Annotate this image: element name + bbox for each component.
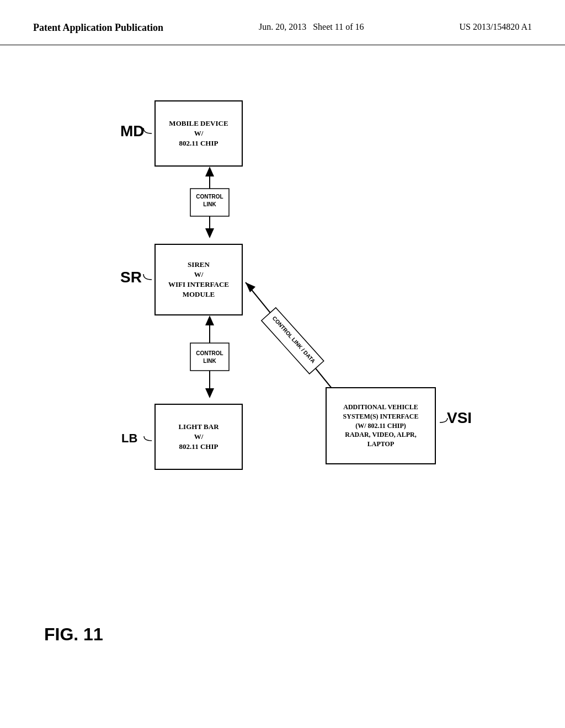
- svg-text:CONTROL: CONTROL: [196, 350, 223, 356]
- svg-text:LINK: LINK: [203, 358, 216, 364]
- publication-date-sheet: Jun. 20, 2013 Sheet 11 of 16: [259, 22, 364, 32]
- sr-box: SIRENW/WIFI INTERFACEMODULE: [154, 244, 243, 315]
- md-brace: [141, 125, 157, 142]
- svg-marker-8: [205, 388, 214, 398]
- diagram-area: MOBILE DEVICEW/802.11 CHIP MD CONTROL LI…: [0, 45, 565, 707]
- svg-marker-7: [205, 315, 214, 325]
- vsi-box-label: ADDITIONAL VEHICLESYSTEM(S) INTERFACE(W/…: [343, 403, 419, 449]
- md-box: MOBILE DEVICEW/802.11 CHIP: [154, 100, 243, 167]
- svg-rect-9: [190, 343, 229, 371]
- figure-label: FIG. 11: [44, 624, 103, 645]
- vsi-brace: [438, 416, 451, 430]
- lb-box: LIGHT BARW/802.11 CHIP: [154, 404, 243, 470]
- sr-label: SR: [120, 269, 142, 286]
- control-link-bottom-arrow: CONTROL LINK: [188, 315, 232, 398]
- page-header: Patent Application Publication Jun. 20, …: [0, 0, 565, 45]
- svg-marker-13: [246, 282, 255, 292]
- svg-marker-1: [205, 167, 214, 176]
- svg-text:LINK: LINK: [203, 201, 216, 207]
- lb-brace: [142, 434, 156, 448]
- svg-text:CONTROL: CONTROL: [196, 194, 223, 200]
- publication-title: Patent Application Publication: [33, 22, 163, 34]
- lb-box-label: LIGHT BARW/802.11 CHIP: [178, 422, 218, 452]
- vsi-box: ADDITIONAL VEHICLESYSTEM(S) INTERFACE(W/…: [326, 387, 436, 464]
- publication-number: US 2013/154820 A1: [459, 22, 532, 32]
- lb-label: LB: [121, 431, 137, 446]
- sr-box-label: SIRENW/WIFI INTERFACEMODULE: [168, 260, 229, 300]
- sr-brace: [141, 271, 157, 288]
- md-box-label: MOBILE DEVICEW/802.11 CHIP: [169, 119, 228, 149]
- control-link-top-arrow: CONTROL LINK: [188, 167, 232, 238]
- publication-date: Jun. 20, 2013 Sheet 11 of 16: [259, 22, 364, 31]
- svg-marker-2: [205, 228, 214, 238]
